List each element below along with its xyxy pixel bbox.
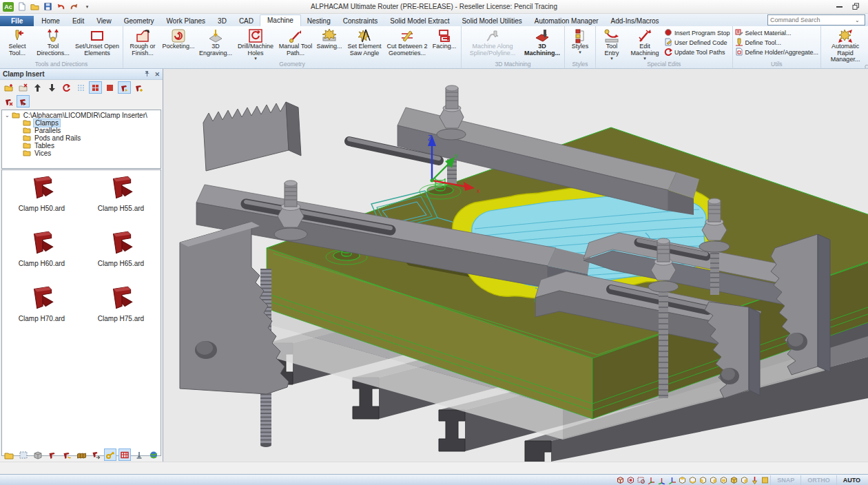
list-item-clamp-h60[interactable]: Clamp H60.ard <box>19 229 65 285</box>
tab-view[interactable]: View <box>90 16 118 26</box>
insert-clamp-icon[interactable] <box>118 81 131 94</box>
minimize-button[interactable] <box>836 6 843 8</box>
set-element-saw-angle-button[interactable]: Set Element Saw Angle <box>344 27 384 56</box>
close-icon[interactable]: ✕ <box>154 71 160 78</box>
tool-entry-button[interactable]: Tool Entry ▾ <box>598 27 626 60</box>
rough-or-finish-button[interactable]: Rough or Finish... <box>125 27 160 56</box>
cut-between-2-geometries-button[interactable]: Cut Between 2 Geometries... <box>385 27 429 56</box>
list-item-clamp-h65[interactable]: Clamp H65.ard <box>98 229 144 285</box>
list-item-clamp-h75[interactable]: Clamp H75.ard <box>98 285 144 340</box>
tab-work-planes[interactable]: Work Planes <box>161 16 212 26</box>
table-icon[interactable] <box>118 448 131 461</box>
zoom-window-icon[interactable] <box>636 475 646 485</box>
automatic-rapid-manager-button[interactable]: Automatic Rapid Manager... <box>823 27 867 63</box>
clamp-up-icon[interactable] <box>132 81 145 94</box>
tab-home[interactable]: Home <box>35 16 66 26</box>
tab-nesting[interactable]: Nesting <box>301 16 337 26</box>
drill-machine-holes-button[interactable]: Drill/Machine Holes ▾ <box>235 27 276 60</box>
list-item-clamp-h55[interactable]: Clamp H55.ard <box>98 174 144 229</box>
clamp-grab-icon[interactable] <box>61 448 73 461</box>
facing-button[interactable]: Facing... <box>430 27 459 50</box>
delete-item-icon[interactable] <box>17 81 30 94</box>
save-icon[interactable] <box>43 1 53 12</box>
iso-axis-1-icon[interactable] <box>657 475 667 485</box>
select-tool-button[interactable]: Select Tool... <box>2 27 32 56</box>
viewport-3d[interactable]: Z Y x <box>163 69 868 462</box>
tab-machine[interactable]: Machine <box>260 14 301 26</box>
view-back-icon[interactable] <box>729 475 739 485</box>
tab-automation-manager[interactable]: Automation Manager <box>528 16 605 26</box>
view-front-icon[interactable] <box>719 475 729 485</box>
tab-cad[interactable]: CAD <box>233 16 260 26</box>
edit-machining-button[interactable]: Edit Machining ▾ <box>626 27 663 60</box>
clamp-single-icon[interactable] <box>17 95 30 107</box>
select-material-button[interactable]: Select Material... <box>735 29 819 37</box>
view-right-icon[interactable] <box>708 475 719 485</box>
move-down-icon[interactable] <box>45 81 59 94</box>
view-top-icon[interactable] <box>677 475 688 485</box>
tab-file[interactable]: File <box>0 16 34 26</box>
z-plumb-icon[interactable] <box>750 475 760 485</box>
define-tool-button[interactable]: Define Tool... <box>735 39 819 47</box>
snap-toggle[interactable]: SNAP <box>770 475 800 485</box>
tab-add-ins-macros[interactable]: Add-Ins/Macros <box>605 16 665 26</box>
machine-along-spline-button[interactable]: Machine Along Spline/Polyline... <box>464 27 521 56</box>
insert-program-stop-button[interactable]: Insert Program Stop <box>664 29 730 37</box>
open-file-icon[interactable] <box>30 1 40 12</box>
pan-view-icon[interactable] <box>615 475 626 485</box>
new-document-icon[interactable] <box>17 1 27 12</box>
command-search[interactable]: ⌄ <box>767 14 865 25</box>
move-up-icon[interactable] <box>31 81 44 94</box>
iso-axis-2-icon[interactable] <box>667 475 677 485</box>
customize-quick-access-icon[interactable]: ▾ <box>82 1 92 12</box>
manual-tool-path-button[interactable]: Manual Tool Path... <box>277 27 314 56</box>
command-search-input[interactable] <box>768 17 855 23</box>
update-tool-paths-button[interactable]: Update Tool Paths <box>664 48 730 56</box>
drawer-icon[interactable] <box>32 448 44 461</box>
view-left-icon[interactable] <box>698 475 708 485</box>
select-box-icon[interactable] <box>17 448 30 461</box>
list-item-clamp-h50[interactable]: Clamp H50.ard <box>19 174 65 229</box>
probe-icon[interactable] <box>133 448 145 461</box>
list-item-clamp-h70[interactable]: Clamp H70.ard <box>19 285 65 340</box>
tree-item-clamps[interactable]: Clamps <box>2 119 161 127</box>
tree-item-vices[interactable]: Vices <box>2 149 161 157</box>
new-folder-icon[interactable] <box>2 81 15 94</box>
3d-machining-button[interactable]: 3D Machining... <box>522 27 562 56</box>
define-holder-aggregate-button[interactable]: Define Holder/Aggregate... <box>735 48 819 56</box>
tab-edit[interactable]: Edit <box>66 16 90 26</box>
work-volume-icon[interactable] <box>760 475 770 485</box>
tool-directions-button[interactable]: Tool Directions... <box>33 27 73 56</box>
user-defined-code-button[interactable]: User Defined Code <box>664 39 730 47</box>
tab-geometry[interactable]: Geometry <box>118 16 161 26</box>
tab-solid-model-utilities[interactable]: Solid Model Utilities <box>455 16 528 26</box>
redo-icon[interactable] <box>69 1 79 12</box>
tree-item-tables[interactable]: Tables <box>2 142 161 149</box>
globe-icon[interactable] <box>147 448 160 461</box>
key-icon[interactable] <box>104 448 116 461</box>
tree-chevron-icon[interactable]: ⌄ <box>5 112 10 118</box>
chevron-down-icon[interactable]: ⌄ <box>855 17 861 23</box>
view-iso-icon[interactable] <box>739 475 750 485</box>
tab-solid-model-extract[interactable]: Solid Model Extract <box>384 16 455 26</box>
rotate-view-icon[interactable] <box>626 475 636 485</box>
tree-root[interactable]: ⌄ C:\Alphacam\LICOMDIR\Clamp Inserter\ <box>2 112 161 119</box>
clamp-row-icon[interactable] <box>75 448 87 461</box>
view-extra-large-icon[interactable] <box>103 81 116 94</box>
tab-constraints[interactable]: Constraints <box>337 16 384 26</box>
tab-3d[interactable]: 3D <box>211 16 233 26</box>
ortho-toggle[interactable]: ORTHO <box>800 475 836 485</box>
axis-display-icon[interactable] <box>646 475 657 485</box>
clamp-delete-icon[interactable] <box>2 95 15 107</box>
restore-button[interactable] <box>852 1 860 13</box>
view-bottom-icon[interactable] <box>688 475 698 485</box>
view-large-icons-icon[interactable] <box>89 81 102 94</box>
pocketing-button[interactable]: Pocketing... <box>161 27 196 50</box>
sawing-button[interactable]: Sawing... <box>315 27 344 50</box>
auto-toggle[interactable]: AUTO <box>836 475 867 485</box>
styles-button[interactable]: Styles ▾ <box>567 27 593 54</box>
undo-icon[interactable] <box>56 1 66 12</box>
folder-icon[interactable] <box>3 448 15 461</box>
tree-item-parallels[interactable]: Parallels <box>2 127 161 134</box>
view-small-icons-icon[interactable] <box>74 81 87 94</box>
